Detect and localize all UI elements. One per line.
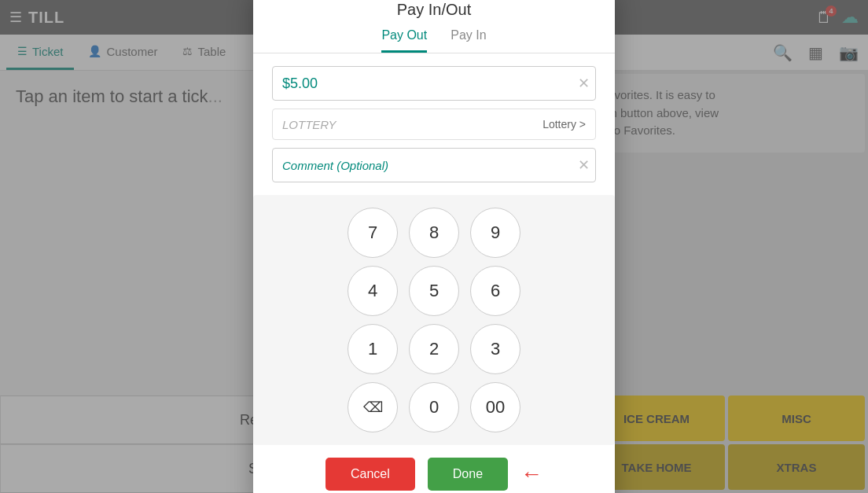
comment-input[interactable] bbox=[272, 148, 596, 182]
numpad: 7 8 9 4 5 6 1 2 3 ⌫ 0 00 bbox=[253, 195, 615, 445]
tab-pay-in[interactable]: Pay In bbox=[451, 28, 486, 53]
num-backspace[interactable]: ⌫ bbox=[348, 382, 398, 432]
numpad-row-3: 1 2 3 bbox=[348, 324, 520, 374]
comment-input-row: ✕ bbox=[272, 148, 596, 182]
category-label: LOTTERY bbox=[282, 118, 337, 131]
num-2[interactable]: 2 bbox=[409, 324, 459, 374]
category-value: Lottery > bbox=[542, 118, 586, 131]
num-7[interactable]: 7 bbox=[348, 208, 398, 258]
pay-in-out-modal: Pay In/Out Pay Out Pay In ✕ LOTTERY Lott… bbox=[253, 0, 615, 493]
num-5[interactable]: 5 bbox=[409, 266, 459, 316]
num-8[interactable]: 8 bbox=[409, 208, 459, 258]
num-4[interactable]: 4 bbox=[348, 266, 398, 316]
category-row[interactable]: LOTTERY Lottery > bbox=[272, 109, 596, 140]
modal-actions: Cancel Done ← bbox=[253, 458, 615, 491]
amount-clear-button[interactable]: ✕ bbox=[578, 75, 590, 92]
num-9[interactable]: 9 bbox=[470, 208, 520, 258]
num-3[interactable]: 3 bbox=[470, 324, 520, 374]
cancel-button[interactable]: Cancel bbox=[326, 458, 415, 491]
num-1[interactable]: 1 bbox=[348, 324, 398, 374]
num-00[interactable]: 00 bbox=[470, 382, 520, 432]
modal-title: Pay In/Out bbox=[253, 0, 615, 19]
num-0[interactable]: 0 bbox=[409, 382, 459, 432]
numpad-row-1: 7 8 9 bbox=[348, 208, 520, 258]
done-button[interactable]: Done bbox=[428, 458, 508, 491]
arrow-indicator: ← bbox=[520, 462, 542, 487]
num-6[interactable]: 6 bbox=[470, 266, 520, 316]
comment-clear-button[interactable]: ✕ bbox=[578, 156, 590, 174]
modal-body: ✕ LOTTERY Lottery > ✕ bbox=[253, 66, 615, 182]
amount-input[interactable] bbox=[272, 66, 596, 101]
amount-input-row: ✕ bbox=[272, 66, 596, 101]
tab-pay-out[interactable]: Pay Out bbox=[381, 28, 427, 53]
numpad-row-4: ⌫ 0 00 bbox=[348, 382, 520, 432]
modal-overlay: Pay In/Out Pay Out Pay In ✕ LOTTERY Lott… bbox=[0, 0, 868, 493]
modal-tabs: Pay Out Pay In bbox=[253, 19, 615, 53]
numpad-row-2: 4 5 6 bbox=[348, 266, 520, 316]
